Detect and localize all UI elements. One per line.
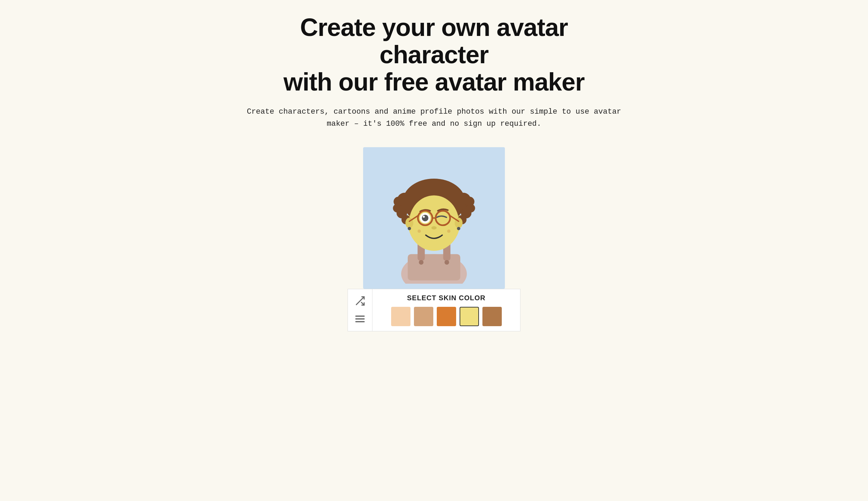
- menu-button[interactable]: [353, 312, 367, 325]
- skin-swatch-pale-yellow[interactable]: [460, 307, 479, 326]
- icon-controls: [348, 289, 372, 331]
- svg-point-32: [422, 215, 428, 221]
- svg-point-36: [447, 229, 451, 233]
- svg-point-30: [457, 227, 461, 230]
- svg-rect-1: [408, 254, 460, 280]
- svg-point-26: [409, 195, 459, 250]
- svg-point-5: [444, 260, 449, 265]
- page-title: Create your own avatar character with ou…: [278, 14, 590, 96]
- skin-color-swatches: [391, 307, 502, 326]
- svg-point-14: [393, 204, 401, 212]
- svg-point-4: [419, 260, 423, 265]
- svg-point-29: [408, 227, 411, 230]
- avatar-preview: [363, 147, 505, 289]
- avatar-maker: SELECT SKIN COLOR: [348, 147, 520, 331]
- svg-point-35: [418, 229, 421, 233]
- skin-color-label: SELECT SKIN COLOR: [407, 294, 486, 302]
- skin-color-panel: SELECT SKIN COLOR: [372, 289, 520, 331]
- shuffle-button[interactable]: [353, 294, 367, 308]
- svg-point-34: [431, 226, 436, 230]
- controls-panel: SELECT SKIN COLOR: [348, 289, 520, 331]
- skin-swatch-orange-tan[interactable]: [437, 307, 456, 326]
- page-subtitle: Create characters, cartoons and anime pr…: [244, 106, 624, 130]
- avatar-svg: [375, 152, 493, 284]
- svg-point-20: [467, 204, 475, 212]
- skin-swatch-tan[interactable]: [414, 307, 433, 326]
- skin-swatch-medium-brown[interactable]: [482, 307, 502, 326]
- skin-swatch-light-peach[interactable]: [391, 307, 410, 326]
- svg-point-33: [423, 216, 425, 218]
